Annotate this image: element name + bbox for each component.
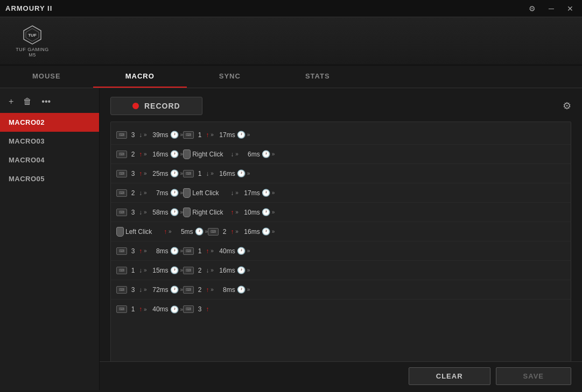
tab-macro[interactable]: MACRO (93, 66, 187, 88)
clock-icon: 🕐 (170, 266, 179, 274)
table-row: ⌨ 2 ↓ » 7ms 🕐 » Left Click ↓ » (111, 183, 571, 203)
arrow-down-icon: ↓ (230, 189, 234, 197)
keyboard-icon: ⌨ (208, 228, 219, 236)
sidebar-item-macro02[interactable]: MACRO02 (0, 113, 99, 132)
keyboard-icon: ⌨ (116, 247, 127, 255)
delete-macro-button[interactable]: 🗑 (21, 96, 34, 108)
clock-icon: 🕐 (237, 169, 246, 177)
keyboard-icon: ⌨ (183, 286, 194, 294)
clock-icon: 🕐 (170, 169, 179, 177)
mouse-icon (183, 208, 191, 217)
arrow-up-icon: ↑ (139, 170, 142, 177)
keyboard-icon: ⌨ (116, 131, 127, 139)
app-title: ARMOURY II (5, 4, 52, 12)
dbl-arrow-icon: » (247, 248, 250, 254)
title-bar: ARMOURY II ⚙ ─ ✕ (0, 0, 582, 17)
arrow-up-icon: ↑ (139, 151, 142, 158)
arrow-down-icon: ↓ (139, 189, 142, 197)
cell-time1: 72ms 🕐 » (147, 286, 184, 294)
arrow-down-icon: ↓ (206, 170, 209, 177)
more-options-button[interactable]: ••• (39, 96, 53, 108)
arrow-up-icon: ↑ (230, 228, 234, 236)
record-button[interactable]: RECORD (110, 97, 202, 115)
clock-icon: 🕐 (170, 131, 179, 139)
cell-time1: 25ms 🕐 » (147, 169, 184, 177)
cell-key1: ⌨ 3 ↑ » (116, 170, 147, 177)
cell-key1: ⌨ 3 ↓ » (116, 286, 147, 294)
table-row: ⌨ 3 ↓ » 39ms 🕐 » ⌨ 1 ↑ » (111, 125, 571, 145)
sidebar-item-macro04[interactable]: MACRO04 (0, 151, 99, 169)
cell-time1: 7ms 🕐 » (147, 189, 184, 197)
cell-key2: ⌨ 2 ↑ » (183, 286, 214, 294)
tab-stats[interactable]: STATS (273, 66, 362, 88)
cell-key2: ⌨ 3 ↑ (183, 305, 209, 313)
title-bar-controls: ⚙ ─ ✕ (525, 3, 577, 14)
title-bar-left: ARMOURY II (5, 4, 52, 12)
clock-icon: 🕐 (195, 227, 204, 236)
arrow-up-icon: ↑ (230, 209, 234, 216)
mouse-icon (116, 227, 124, 237)
keyboard-icon: ⌨ (116, 170, 127, 177)
bottom-bar: CLEAR SAVE (100, 361, 582, 390)
clock-icon: 🕐 (170, 286, 179, 294)
cell-time1: 5ms 🕐 » (172, 227, 208, 236)
dbl-arrow-icon: » (247, 267, 250, 273)
cell-time2: 8ms 🕐 » (214, 286, 250, 294)
keyboard-icon: ⌨ (183, 267, 194, 274)
cell-time2: 6ms 🕐 » (239, 150, 275, 158)
cell-key1: ⌨ 1 ↓ » (116, 267, 147, 274)
cell-key2: ⌨ 1 ↑ » (183, 247, 214, 255)
keyboard-icon: ⌨ (116, 305, 127, 313)
dbl-arrow-icon: » (272, 229, 275, 234)
svg-text:TUF: TUF (28, 33, 37, 38)
tab-mouse[interactable]: MOUSE (0, 66, 93, 88)
cell-time1: 58ms 🕐 » (147, 208, 184, 216)
arrow-down-icon: ↓ (230, 151, 234, 158)
sidebar-item-macro05[interactable]: MACRO05 (0, 169, 99, 188)
clock-icon: 🕐 (262, 227, 270, 236)
cell-time1: 15ms 🕐 » (147, 266, 184, 274)
logo-area: TUF TUF GAMINGM5 (11, 24, 54, 58)
cell-time1: 40ms 🕐 » (147, 305, 184, 313)
keyboard-icon: ⌨ (116, 286, 127, 294)
arrow-up-icon: ↑ (206, 247, 209, 255)
macro-table[interactable]: ⌨ 3 ↓ » 39ms 🕐 » ⌨ 1 ↑ » (111, 122, 571, 381)
cell-time2: 17ms 🕐 » (239, 189, 275, 197)
clock-icon: 🕐 (237, 247, 246, 255)
sidebar-toolbar: + 🗑 ••• (0, 94, 99, 113)
table-row: ⌨ 1 ↓ » 15ms 🕐 » ⌨ 2 ↓ » (111, 261, 571, 280)
keyboard-icon: ⌨ (116, 151, 127, 158)
close-button[interactable]: ✕ (564, 3, 577, 14)
macro-table-wrapper: ⌨ 3 ↓ » 39ms 🕐 » ⌨ 1 ↑ » (110, 122, 571, 382)
add-macro-button[interactable]: + (6, 96, 16, 108)
record-label: RECORD (144, 102, 180, 110)
sidebar-item-macro03[interactable]: MACRO03 (0, 132, 99, 151)
arrow-down-icon: ↓ (139, 131, 142, 139)
cell-key1: ⌨ 2 ↓ » (116, 189, 147, 197)
save-button[interactable]: SAVE (496, 367, 571, 385)
clock-icon: 🕐 (237, 131, 246, 139)
arrow-up-icon: ↑ (139, 247, 142, 255)
logo-icon: TUF (22, 24, 43, 46)
table-row: ⌨ 3 ↑ » 25ms 🕐 » ⌨ 1 ↓ » (111, 164, 571, 183)
arrow-down-icon: ↓ (206, 267, 209, 274)
cell-key1: ⌨ 1 ↑ » (116, 305, 147, 313)
cell-time1: 8ms 🕐 » (147, 247, 184, 255)
cell-key1: ⌨ 3 ↑ » (116, 247, 147, 255)
minimize-button[interactable]: ─ (545, 3, 557, 14)
arrow-down-icon: ↓ (139, 209, 142, 216)
clear-button[interactable]: CLEAR (409, 367, 490, 385)
keyboard-icon: ⌨ (183, 170, 194, 177)
record-dot (132, 103, 139, 109)
tab-sync[interactable]: SYNC (187, 66, 273, 88)
cell-mouse2: Right Click ↓ » (183, 149, 239, 159)
table-row: ⌨ 3 ↓ » 58ms 🕐 » Right Click ↑ » (111, 203, 571, 222)
clock-icon: 🕐 (170, 305, 179, 313)
dbl-arrow-icon: » (247, 132, 250, 138)
settings-gear-button[interactable]: ⚙ (563, 100, 571, 112)
arrow-up-icon: ↑ (206, 286, 209, 294)
table-row: ⌨ 3 ↑ » 8ms 🕐 » ⌨ 1 ↑ » (111, 241, 571, 261)
settings-titlebar-button[interactable]: ⚙ (525, 3, 539, 14)
keyboard-icon: ⌨ (183, 131, 194, 139)
cell-key2: ⌨ 1 ↑ » (183, 131, 214, 139)
